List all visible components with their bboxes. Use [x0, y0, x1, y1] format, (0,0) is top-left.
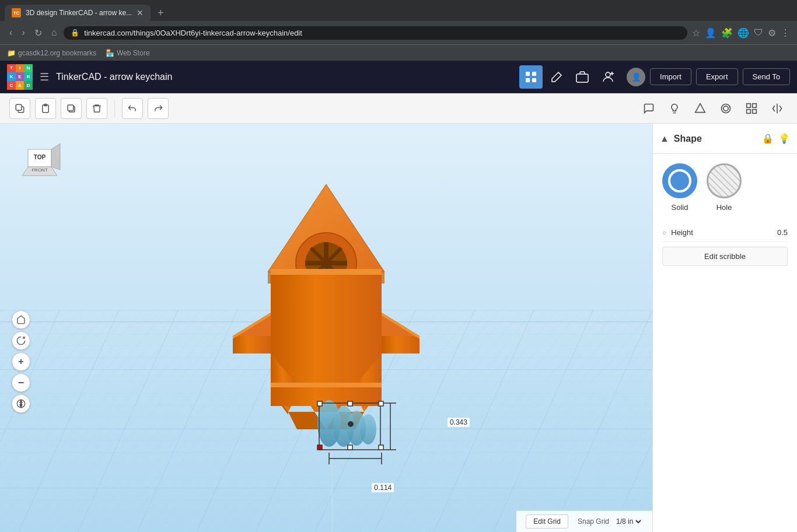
model-svg — [204, 167, 449, 470]
solid-label: Solid — [672, 203, 688, 212]
logo-a: A — [16, 81, 25, 90]
zoom-in-button[interactable]: + — [12, 352, 30, 371]
comment-tool-button[interactable] — [638, 98, 659, 119]
grid-align-tool-button[interactable] — [741, 98, 762, 119]
extension4-icon[interactable]: ⚙ — [768, 27, 776, 38]
briefcase-button[interactable] — [571, 65, 594, 89]
reload-button[interactable]: ↻ — [32, 25, 44, 41]
panel-collapse-button[interactable]: ▲ — [660, 134, 669, 144]
undo-button[interactable] — [122, 98, 143, 119]
active-tab[interactable]: TC 3D design TinkerCAD - arrow ke... ✕ — [5, 5, 151, 21]
hole-circle — [707, 163, 742, 198]
redo-button[interactable] — [148, 98, 169, 119]
height-label: ○ Height — [662, 228, 693, 237]
height-dimension-label: 0.343 — [448, 418, 470, 427]
svg-rect-16 — [753, 103, 757, 107]
panel-content: Solid Hole ○ Height 0.5 — [653, 154, 797, 275]
snap-grid-row: Snap Grid 1/8 in 1/4 in 1/2 in 1 in — [578, 517, 643, 526]
logo-e: E — [16, 72, 25, 81]
hamburger-menu-icon[interactable]: ☰ — [40, 71, 49, 83]
svg-rect-17 — [747, 109, 751, 113]
svg-rect-59 — [348, 445, 352, 450]
lightbulb-panel-icon[interactable]: 💡 — [778, 133, 790, 144]
right-panel: ▲ Shape 🔒 💡 Solid — [652, 124, 797, 532]
shape-type-options: Solid Hole — [662, 163, 788, 212]
copy-button[interactable] — [9, 98, 30, 119]
extension2-icon[interactable]: 🌐 — [737, 27, 749, 38]
menu-dots-icon[interactable]: ⋮ — [781, 27, 790, 38]
home-view-button[interactable] — [12, 310, 30, 329]
paste-button[interactable] — [35, 98, 56, 119]
new-tab-button[interactable]: + — [153, 7, 169, 19]
tinkercad-logo[interactable]: T I N K E R C A D — [7, 64, 33, 90]
edit-scribble-button[interactable]: Edit scribble — [662, 247, 788, 266]
svg-text:TOP: TOP — [34, 154, 46, 160]
solid-circle — [662, 163, 697, 198]
hammer-icon-button[interactable] — [545, 65, 568, 89]
viewport-3d[interactable]: 0.343 0.114 TOP FRONT — [0, 124, 652, 532]
nav-bar: ‹ › ↻ ⌂ 🔒 tinkercad.com/things/0OaXHDrt6… — [0, 21, 797, 44]
back-button[interactable]: ‹ — [7, 25, 15, 40]
ring-tool-button[interactable] — [715, 98, 736, 119]
svg-rect-56 — [317, 445, 322, 450]
orbit-view-button[interactable] — [12, 331, 30, 350]
home-button[interactable]: ⌂ — [49, 25, 60, 40]
svg-marker-12 — [695, 103, 705, 112]
duplicate-button[interactable] — [61, 98, 82, 119]
height-value[interactable]: 0.5 — [777, 228, 788, 237]
bottom-bar: Edit Grid Snap Grid 1/8 in 1/4 in 1/2 in… — [516, 510, 652, 532]
delete-button[interactable] — [86, 98, 107, 119]
3d-model — [204, 167, 449, 473]
tinkercad-app: T I N K E R C A D ☰ TinkerCAD - arrow ke… — [0, 61, 797, 532]
user-avatar[interactable]: 👤 — [627, 68, 645, 86]
view-controls: + − — [12, 310, 30, 413]
send-to-button[interactable]: Send To — [743, 68, 790, 85]
profile-icon[interactable]: 👤 — [705, 27, 716, 38]
extension-icon[interactable]: 🧩 — [721, 27, 733, 38]
edit-grid-button[interactable]: Edit Grid — [526, 514, 568, 528]
bookmark-star-icon[interactable]: ☆ — [692, 27, 700, 38]
shape-gen-tool-button[interactable] — [690, 98, 711, 119]
lock-icon[interactable]: 🔒 — [762, 133, 774, 144]
solid-shape-option[interactable]: Solid — [662, 163, 697, 212]
import-button[interactable]: Import — [650, 68, 691, 85]
logo-t: T — [7, 64, 16, 73]
tab-close-button[interactable]: ✕ — [137, 8, 144, 18]
main-content: 0.343 0.114 TOP FRONT — [0, 124, 797, 532]
bookmark-store-icon: 🏪 — [106, 49, 114, 57]
lightbulb-tool-button[interactable] — [664, 98, 685, 119]
hole-shape-option[interactable]: Hole — [707, 163, 742, 212]
height-property-row: ○ Height 0.5 — [662, 223, 788, 242]
tab-title: 3D design TinkerCAD - arrow ke... — [26, 9, 132, 17]
hole-label: Hole — [716, 203, 732, 212]
export-button[interactable]: Export — [696, 68, 738, 85]
plus-icon: + — [18, 356, 23, 367]
view-cube[interactable]: TOP FRONT — [16, 138, 63, 184]
svg-rect-4 — [576, 74, 588, 82]
mirror-tool-button[interactable] — [767, 98, 788, 119]
panel-title: Shape — [674, 134, 757, 144]
svg-rect-58 — [348, 401, 352, 406]
bookmark-webstore[interactable]: 🏪 Web Store — [106, 49, 149, 57]
height-icon: ○ — [662, 229, 666, 237]
bookmark-gcasdk[interactable]: 📁 gcasdk12.org bookmarks — [7, 49, 96, 57]
svg-point-60 — [348, 421, 354, 427]
compass-button[interactable] — [12, 394, 30, 413]
zoom-out-button[interactable]: − — [12, 373, 30, 392]
extension3-icon[interactable]: 🛡 — [754, 27, 763, 38]
height-label-text: Height — [671, 228, 693, 237]
toolbar-separator-1 — [114, 100, 115, 117]
grid-view-button[interactable] — [519, 65, 543, 89]
minus-icon: − — [18, 377, 25, 389]
add-person-button[interactable] — [596, 65, 620, 89]
logo-c: C — [7, 81, 16, 90]
app-header: T I N K E R C A D ☰ TinkerCAD - arrow ke… — [0, 61, 797, 93]
forward-button[interactable]: › — [19, 25, 27, 40]
logo-k: K — [7, 72, 16, 81]
svg-rect-7 — [16, 104, 22, 110]
url-text: tinkercad.com/things/0OaXHDrt6yi-tinkerc… — [84, 29, 302, 37]
snap-grid-select[interactable]: 1/8 in 1/4 in 1/2 in 1 in — [614, 517, 643, 526]
nav-icons: ☆ 👤 🧩 🌐 🛡 ⚙ ⋮ — [692, 27, 790, 38]
svg-rect-3 — [532, 78, 536, 82]
address-bar[interactable]: 🔒 tinkercad.com/things/0OaXHDrt6yi-tinke… — [64, 26, 687, 40]
